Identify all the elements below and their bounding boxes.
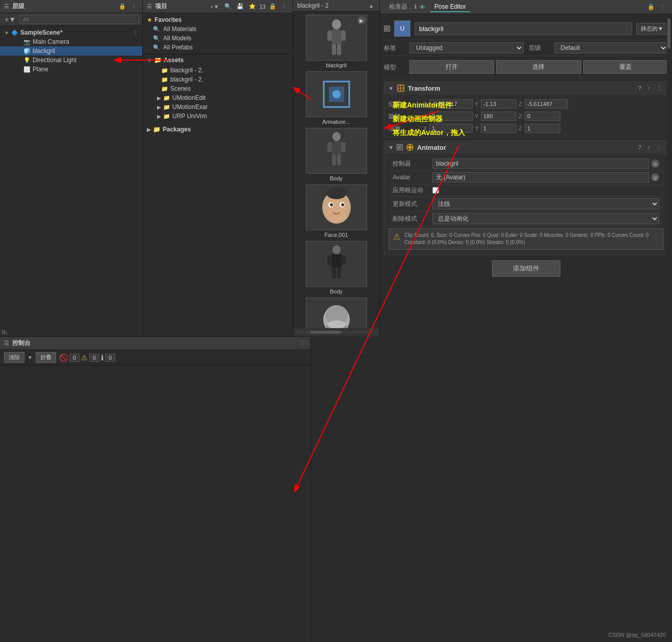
folder-umotion-exam[interactable]: ▶ 📁 UMotionExar: [143, 102, 293, 112]
transform-preset-btn[interactable]: ↑: [646, 85, 652, 92]
inspector-panel: 检查器 ℹ 👁 Pose Editor 🔒 ⋮ ✓ U: [380, 0, 672, 336]
scale-label: 缩放: [389, 124, 419, 133]
folder-umotion-edit[interactable]: ▶ 📁 UMotionEdit: [143, 93, 293, 102]
cull-mode-dropdown[interactable]: 总是动画化: [432, 213, 659, 224]
cull-mode-label: 剔除模式: [393, 215, 428, 223]
model-select-btn[interactable]: 选择: [496, 60, 581, 74]
avatar-input[interactable]: [432, 172, 649, 182]
apply-root-checkbox[interactable]: [432, 187, 439, 194]
hierarchy-add-btn[interactable]: +▼: [3, 15, 17, 24]
grid-hscroll[interactable]: [295, 331, 377, 334]
asset-thumb-blackgril[interactable]: ▶ blackgril: [296, 15, 376, 68]
project-header: ☰ 项目 +▼ 🔍 💾 ⭐ 13 🔒 ⋮: [143, 0, 293, 13]
tree-item-blackgril[interactable]: 🧊 blackgril: [0, 46, 142, 56]
packages-arrow[interactable]: ▶: [147, 127, 151, 132]
controller-pick-btn[interactable]: ◎: [651, 159, 659, 168]
folder-blackgril-1[interactable]: 📁 blackgril - 2.: [143, 66, 293, 75]
svg-rect-12: [341, 142, 346, 152]
add-component-btn[interactable]: 添加组件: [492, 260, 560, 277]
rot-y-input[interactable]: [481, 112, 516, 121]
folder-scenes[interactable]: 📁 Scenes: [143, 84, 293, 93]
tab-pose-editor[interactable]: Pose Editor: [430, 2, 470, 12]
console-clear-btn[interactable]: 清除: [4, 352, 24, 363]
console-panel: ☰ 控制台 ⋮ 清除 ▼ 折叠 🚫 0 ⚠ 0 ℹ 0: [0, 336, 311, 642]
transform-body: 位置 X Y Z: [384, 95, 667, 138]
svg-rect-24: [327, 255, 332, 265]
asset-thumb-face001[interactable]: Face.001: [296, 184, 376, 238]
model-cover-btn[interactable]: 覆盖: [583, 60, 668, 74]
umotion-exam-arrow[interactable]: ▶: [157, 104, 161, 110]
hierarchy-search-input[interactable]: [19, 15, 139, 24]
pos-z-input[interactable]: [525, 99, 568, 109]
tree-item-maincamera[interactable]: 📷 Main Camera: [0, 37, 142, 46]
urp-univrm-arrow[interactable]: ▶: [157, 114, 161, 119]
scale-y-input[interactable]: [481, 124, 516, 133]
animator-preset-btn[interactable]: ↑: [646, 144, 652, 151]
project-lock-btn[interactable]: 🔒: [268, 3, 278, 10]
asset-thumb-body[interactable]: Body: [296, 128, 376, 181]
project-save-btn[interactable]: 💾: [235, 3, 245, 10]
animator-enable-check[interactable]: ✓: [397, 144, 403, 150]
armature-thumb-svg: [319, 76, 354, 112]
controller-input[interactable]: [432, 158, 649, 169]
samplescene-menu[interactable]: ⋮: [133, 30, 138, 36]
inspector-header-icons: 🔒 ⋮: [646, 3, 667, 11]
update-mode-dropdown[interactable]: 法线: [432, 198, 659, 209]
project-add-btn[interactable]: +▼: [209, 3, 220, 10]
animator-header[interactable]: ▼ ✓ Animator ? ↑ ⋮: [384, 141, 667, 154]
fav-all-models[interactable]: 🔍 All Models: [143, 34, 293, 43]
tree-item-directionallight[interactable]: 💡 Directional Light: [0, 56, 142, 65]
asset-thumb-armature[interactable]: Armature...: [296, 71, 376, 125]
inspector-more-btn[interactable]: ⋮: [658, 3, 667, 11]
tree-item-samplescene[interactable]: ▼ 🔷 SampleScene* ⋮: [0, 28, 142, 37]
hierarchy-lock-btn[interactable]: 🔒: [117, 3, 127, 10]
umotion-edit-arrow[interactable]: ▶: [157, 95, 161, 101]
project-more-btn[interactable]: ⋮: [280, 3, 289, 10]
animator-more-btn[interactable]: ⋮: [655, 144, 663, 151]
fav-all-materials[interactable]: 🔍 All Materials: [143, 24, 293, 34]
dirlight-icon: 💡: [23, 57, 31, 64]
pos-x-input[interactable]: [429, 99, 473, 109]
inspector-lock-btn[interactable]: 🔒: [646, 3, 656, 11]
maincamera-label: Main Camera: [33, 38, 69, 45]
hierarchy-more-btn[interactable]: ⋮: [130, 3, 138, 10]
hierarchy-menu-icon[interactable]: ☰: [4, 3, 9, 10]
console-menu-icon[interactable]: ☰: [4, 340, 9, 346]
tree-item-plane[interactable]: ⬜ Plane: [0, 65, 142, 74]
scale-x-input[interactable]: [429, 124, 473, 133]
project-search-btn[interactable]: 🔍: [223, 3, 233, 10]
static-dropdown[interactable]: 静态的▼: [636, 23, 668, 35]
tag-label: 标签: [384, 44, 404, 52]
project-icons: +▼ 🔍 💾 ⭐ 13 🔒 ⋮: [209, 3, 289, 10]
console-error-icon: 🚫: [59, 354, 68, 362]
rot-x-input[interactable]: [429, 112, 473, 121]
console-fold-btn[interactable]: 折叠: [36, 352, 56, 363]
rot-z-input[interactable]: [525, 112, 560, 121]
animator-help-btn[interactable]: ?: [636, 144, 642, 151]
folder-urp-univrm[interactable]: ▶ 📁 URP UniVrm: [143, 112, 293, 121]
object-name-input[interactable]: [415, 22, 632, 35]
pos-y-input[interactable]: [481, 99, 516, 109]
scale-z-input[interactable]: [525, 124, 560, 133]
asset-thumb-body2[interactable]: Body: [296, 241, 376, 295]
asset-thumb-face001b[interactable]: Face.001: [296, 298, 376, 328]
assets-collapse-arrow[interactable]: ▼: [147, 58, 152, 63]
cull-mode-value: 总是动画化: [432, 213, 659, 224]
transform-more-btn[interactable]: ⋮: [655, 85, 663, 92]
console-more-btn[interactable]: ⋮: [298, 339, 306, 347]
project-menu-icon[interactable]: ☰: [147, 3, 152, 10]
assets-grid-scroll-up[interactable]: ▲: [367, 3, 375, 9]
fav-all-prefabs[interactable]: 🔍 All Prefabs: [143, 43, 293, 52]
blackgril-thumb-nav[interactable]: ▶: [357, 16, 366, 24]
model-open-btn[interactable]: 打开: [409, 60, 494, 74]
object-active-checkbox[interactable]: ✓: [384, 25, 390, 32]
layer-dropdown[interactable]: Default: [554, 42, 668, 54]
svg-rect-26: [332, 268, 336, 279]
project-star-btn[interactable]: ⭐: [247, 3, 257, 10]
folder-blackgril-2[interactable]: 📁 blackgril - 2.: [143, 75, 293, 84]
transform-help-btn[interactable]: ?: [636, 85, 642, 92]
avatar-pick-btn[interactable]: ◎: [651, 173, 659, 181]
tag-dropdown[interactable]: Untagged: [409, 42, 524, 54]
transform-header[interactable]: ▼ Transform ? ↑ ⋮: [384, 82, 667, 95]
tab-inspector[interactable]: 检查器: [385, 2, 411, 12]
